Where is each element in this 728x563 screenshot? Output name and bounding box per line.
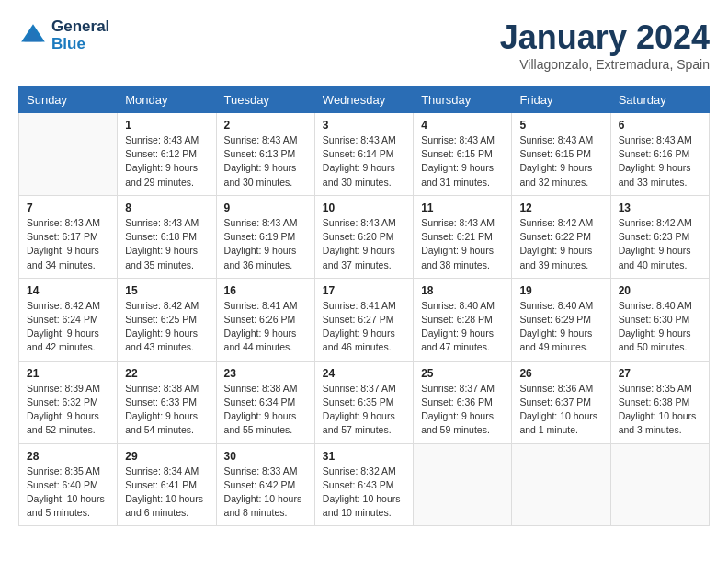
- day-number: 5: [519, 119, 602, 132]
- day-number: 23: [224, 367, 307, 380]
- day-info: Sunrise: 8:35 AMSunset: 6:40 PMDaylight:…: [27, 465, 109, 521]
- day-number: 16: [224, 284, 307, 297]
- day-cell: 9Sunrise: 8:43 AMSunset: 6:19 PMDaylight…: [216, 195, 314, 278]
- day-info: Sunrise: 8:34 AMSunset: 6:41 PMDaylight:…: [125, 465, 208, 521]
- header-wednesday: Wednesday: [314, 87, 413, 113]
- day-number: 8: [125, 201, 208, 214]
- day-cell: 19Sunrise: 8:40 AMSunset: 6:29 PMDayligh…: [512, 278, 610, 361]
- day-info: Sunrise: 8:43 AMSunset: 6:17 PMDaylight:…: [27, 216, 109, 272]
- day-number: 4: [421, 119, 504, 132]
- day-cell: 27Sunrise: 8:35 AMSunset: 6:38 PMDayligh…: [610, 361, 709, 443]
- day-info: Sunrise: 8:40 AMSunset: 6:30 PMDaylight:…: [619, 299, 701, 355]
- day-info: Sunrise: 8:41 AMSunset: 6:27 PMDaylight:…: [323, 299, 405, 355]
- day-number: 24: [323, 367, 405, 380]
- day-cell: 3Sunrise: 8:43 AMSunset: 6:14 PMDaylight…: [314, 113, 413, 196]
- day-info: Sunrise: 8:43 AMSunset: 6:19 PMDaylight:…: [224, 216, 307, 272]
- day-info: Sunrise: 8:35 AMSunset: 6:38 PMDaylight:…: [619, 382, 701, 438]
- calendar-table: SundayMondayTuesdayWednesdayThursdayFrid…: [18, 86, 710, 526]
- page-header: General Blue January 2024 Villagonzalo, …: [18, 18, 710, 72]
- day-cell: 18Sunrise: 8:40 AMSunset: 6:28 PMDayligh…: [414, 278, 512, 361]
- day-info: Sunrise: 8:42 AMSunset: 6:24 PMDaylight:…: [27, 299, 109, 355]
- week-row-1: 1Sunrise: 8:43 AMSunset: 6:12 PMDaylight…: [19, 113, 710, 196]
- header-sunday: Sunday: [19, 87, 118, 113]
- day-info: Sunrise: 8:42 AMSunset: 6:23 PMDaylight:…: [619, 216, 701, 272]
- day-cell: 29Sunrise: 8:34 AMSunset: 6:41 PMDayligh…: [118, 443, 216, 526]
- day-cell: 11Sunrise: 8:43 AMSunset: 6:21 PMDayligh…: [414, 195, 512, 278]
- day-number: 31: [323, 450, 405, 463]
- day-cell: 22Sunrise: 8:38 AMSunset: 6:33 PMDayligh…: [118, 361, 216, 443]
- day-cell: 25Sunrise: 8:37 AMSunset: 6:36 PMDayligh…: [414, 361, 512, 443]
- day-info: Sunrise: 8:43 AMSunset: 6:15 PMDaylight:…: [519, 133, 602, 190]
- day-info: Sunrise: 8:37 AMSunset: 6:36 PMDaylight:…: [421, 382, 504, 438]
- day-cell: 4Sunrise: 8:43 AMSunset: 6:15 PMDaylight…: [414, 113, 512, 196]
- day-number: 14: [27, 284, 109, 297]
- day-info: Sunrise: 8:40 AMSunset: 6:29 PMDaylight:…: [519, 299, 602, 355]
- title-section: January 2024 Villagonzalo, Extremadura, …: [500, 18, 710, 72]
- day-info: Sunrise: 8:42 AMSunset: 6:22 PMDaylight:…: [519, 216, 602, 272]
- day-info: Sunrise: 8:43 AMSunset: 6:16 PMDaylight:…: [619, 133, 701, 190]
- day-cell: 8Sunrise: 8:43 AMSunset: 6:18 PMDaylight…: [118, 195, 216, 278]
- day-info: Sunrise: 8:43 AMSunset: 6:20 PMDaylight:…: [323, 216, 405, 272]
- day-info: Sunrise: 8:38 AMSunset: 6:33 PMDaylight:…: [125, 382, 208, 438]
- day-number: 30: [224, 450, 307, 463]
- header-thursday: Thursday: [414, 87, 512, 113]
- day-info: Sunrise: 8:32 AMSunset: 6:43 PMDaylight:…: [323, 465, 405, 521]
- day-number: 10: [323, 201, 405, 214]
- day-info: Sunrise: 8:38 AMSunset: 6:34 PMDaylight:…: [224, 382, 307, 438]
- day-info: Sunrise: 8:43 AMSunset: 6:21 PMDaylight:…: [421, 216, 504, 272]
- day-number: 25: [421, 367, 504, 380]
- day-cell: [19, 113, 118, 196]
- logo-text: General Blue: [51, 18, 109, 52]
- day-info: Sunrise: 8:40 AMSunset: 6:28 PMDaylight:…: [421, 299, 504, 355]
- day-cell: 5Sunrise: 8:43 AMSunset: 6:15 PMDaylight…: [512, 113, 610, 196]
- day-cell: 7Sunrise: 8:43 AMSunset: 6:17 PMDaylight…: [19, 195, 118, 278]
- header-friday: Friday: [512, 87, 610, 113]
- day-number: 15: [125, 284, 208, 297]
- day-info: Sunrise: 8:42 AMSunset: 6:25 PMDaylight:…: [125, 299, 208, 355]
- day-number: 18: [421, 284, 504, 297]
- week-row-4: 21Sunrise: 8:39 AMSunset: 6:32 PMDayligh…: [19, 361, 710, 443]
- day-cell: 6Sunrise: 8:43 AMSunset: 6:16 PMDaylight…: [610, 113, 709, 196]
- day-cell: 2Sunrise: 8:43 AMSunset: 6:13 PMDaylight…: [216, 113, 314, 196]
- day-cell: 24Sunrise: 8:37 AMSunset: 6:35 PMDayligh…: [314, 361, 413, 443]
- day-cell: 31Sunrise: 8:32 AMSunset: 6:43 PMDayligh…: [314, 443, 413, 526]
- day-cell: 21Sunrise: 8:39 AMSunset: 6:32 PMDayligh…: [19, 361, 118, 443]
- day-number: 12: [519, 201, 602, 214]
- day-number: 27: [619, 367, 701, 380]
- day-cell: 28Sunrise: 8:35 AMSunset: 6:40 PMDayligh…: [19, 443, 118, 526]
- header-monday: Monday: [118, 87, 216, 113]
- day-info: Sunrise: 8:33 AMSunset: 6:42 PMDaylight:…: [224, 465, 307, 521]
- day-cell: 26Sunrise: 8:36 AMSunset: 6:37 PMDayligh…: [512, 361, 610, 443]
- day-number: 7: [27, 201, 109, 214]
- day-cell: 12Sunrise: 8:42 AMSunset: 6:22 PMDayligh…: [512, 195, 610, 278]
- day-cell: 17Sunrise: 8:41 AMSunset: 6:27 PMDayligh…: [314, 278, 413, 361]
- day-number: 11: [421, 201, 504, 214]
- day-cell: 1Sunrise: 8:43 AMSunset: 6:12 PMDaylight…: [118, 113, 216, 196]
- day-info: Sunrise: 8:43 AMSunset: 6:13 PMDaylight:…: [224, 133, 307, 190]
- day-cell: 15Sunrise: 8:42 AMSunset: 6:25 PMDayligh…: [118, 278, 216, 361]
- day-number: 29: [125, 450, 208, 463]
- day-cell: 20Sunrise: 8:40 AMSunset: 6:30 PMDayligh…: [610, 278, 709, 361]
- day-number: 13: [619, 201, 701, 214]
- day-cell: [414, 443, 512, 526]
- day-number: 6: [619, 119, 701, 132]
- day-number: 2: [224, 119, 307, 132]
- day-info: Sunrise: 8:37 AMSunset: 6:35 PMDaylight:…: [323, 382, 405, 438]
- header-saturday: Saturday: [610, 87, 709, 113]
- day-info: Sunrise: 8:36 AMSunset: 6:37 PMDaylight:…: [519, 382, 602, 438]
- calendar-subtitle: Villagonzalo, Extremadura, Spain: [500, 57, 710, 72]
- day-number: 9: [224, 201, 307, 214]
- header-tuesday: Tuesday: [216, 87, 314, 113]
- day-info: Sunrise: 8:43 AMSunset: 6:18 PMDaylight:…: [125, 216, 208, 272]
- day-number: 21: [27, 367, 109, 380]
- week-row-3: 14Sunrise: 8:42 AMSunset: 6:24 PMDayligh…: [19, 278, 710, 361]
- day-info: Sunrise: 8:41 AMSunset: 6:26 PMDaylight:…: [224, 299, 307, 355]
- week-row-5: 28Sunrise: 8:35 AMSunset: 6:40 PMDayligh…: [19, 443, 710, 526]
- day-number: 1: [125, 119, 208, 132]
- day-cell: 16Sunrise: 8:41 AMSunset: 6:26 PMDayligh…: [216, 278, 314, 361]
- day-number: 19: [519, 284, 602, 297]
- day-number: 22: [125, 367, 208, 380]
- calendar-header-row: SundayMondayTuesdayWednesdayThursdayFrid…: [19, 87, 710, 113]
- day-cell: [512, 443, 610, 526]
- day-cell: 30Sunrise: 8:33 AMSunset: 6:42 PMDayligh…: [216, 443, 314, 526]
